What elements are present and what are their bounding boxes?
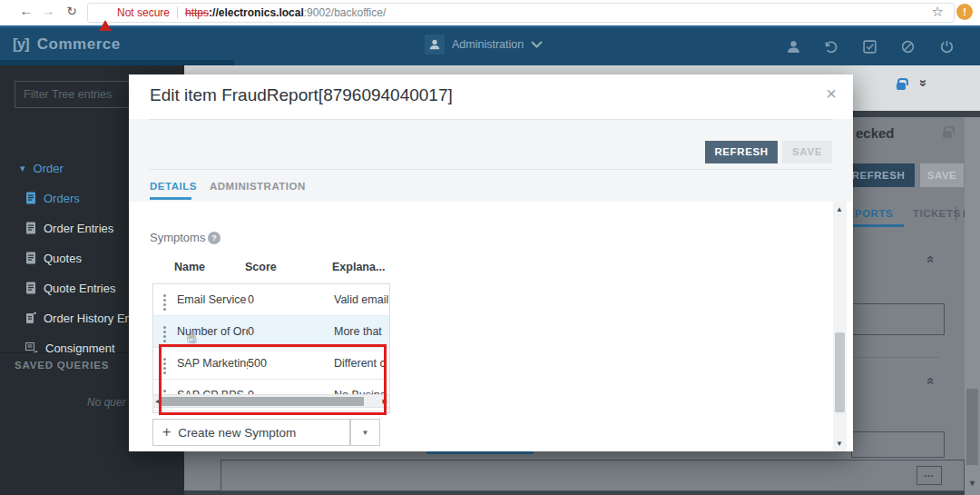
background-refresh-button[interactable]: REFRESH (842, 163, 915, 187)
perspective-selector[interactable]: Administration (425, 35, 543, 54)
not-secure-label: Not secure (117, 6, 170, 19)
section-collapse-icon[interactable]: » (921, 257, 936, 262)
document-icon (25, 252, 36, 264)
background-divider (851, 357, 939, 358)
app-header: [y] Commerce Administration (0, 25, 980, 65)
perspective-label: Administration (452, 38, 524, 51)
column-header-explanation: Explana... (332, 261, 385, 273)
cell-score: 500 (248, 357, 334, 370)
cell-explanation: Valid email (334, 293, 389, 306)
tab-tickets[interactable]: TICKETS (913, 208, 961, 219)
saved-queries-empty-text: No quer (87, 396, 126, 409)
document-history-icon (25, 312, 36, 324)
scroll-down-icon[interactable]: ▼ (968, 479, 976, 488)
drag-handle-icon[interactable] (161, 299, 177, 302)
url-host: ://electronics.local (209, 6, 304, 19)
create-new-symptom-button[interactable]: + Create new Symptom (152, 419, 350, 446)
tree-label: Order (34, 162, 64, 175)
column-header-score: Score (245, 261, 277, 273)
tree-label: Quotes (44, 252, 82, 265)
horizontal-scrollbar[interactable]: ◀ ▶ (152, 394, 390, 408)
help-icon[interactable]: ? (208, 232, 220, 244)
collapse-all-icon[interactable]: » (916, 79, 932, 84)
browser-forward-button[interactable]: → (38, 3, 58, 18)
caret-down-icon: ▾ (20, 163, 25, 174)
scroll-left-icon[interactable]: ◀ (155, 398, 160, 405)
notifications-icon[interactable] (900, 39, 916, 55)
tab-details-underline (150, 197, 191, 200)
brand-logo[interactable]: [y] Commerce (13, 35, 121, 54)
background-input-field[interactable] (851, 431, 945, 458)
tree-label: Order Entries (44, 222, 113, 235)
divider (150, 169, 833, 170)
dialog-title: Edit item FraudReport[8796094040017] (150, 85, 453, 105)
url-scheme: https (185, 6, 209, 19)
logout-power-icon[interactable] (939, 39, 956, 55)
scroll-down-icon[interactable]: ▼ (836, 440, 843, 448)
url-path: :9002/backoffice/ (304, 6, 387, 19)
background-panel-title-fragment: ecked (856, 125, 895, 141)
scrollbar-thumb[interactable] (966, 389, 978, 465)
history-icon[interactable] (824, 39, 840, 55)
browser-toolbar: ← → ↻ ! Not secure https ://electronics.… (0, 0, 980, 25)
close-icon[interactable]: × (826, 84, 837, 104)
scroll-right-icon[interactable]: ▶ (383, 398, 387, 405)
cell-score: 0 (248, 293, 334, 306)
cell-name: Email Service (177, 293, 248, 306)
background-input-field[interactable] (851, 303, 945, 335)
symptoms-label: Symptoms (150, 231, 205, 244)
edit-item-dialog: Edit item FraudReport[8796094040017] × R… (129, 74, 853, 451)
column-header-name: Name (174, 261, 205, 273)
tasks-checkbox-icon[interactable] (862, 39, 878, 55)
refresh-button[interactable]: REFRESH (705, 141, 778, 163)
lock-icon[interactable] (943, 131, 952, 138)
user-account-icon[interactable] (786, 39, 802, 55)
perspective-user-icon (425, 35, 445, 54)
url-separator (177, 6, 178, 19)
cell-name: SAP Marketing (177, 357, 248, 370)
tree-label: Quote Entries (44, 282, 116, 295)
hybris-logo-glyph: [y] (13, 35, 29, 54)
dialog-vertical-scrollbar[interactable]: ▲ ▼ (833, 202, 847, 451)
drag-handle-icon[interactable] (161, 331, 177, 333)
scrollbar-thumb[interactable] (161, 397, 364, 406)
scroll-up-icon[interactable]: ▲ (836, 205, 843, 213)
browser-reload-button[interactable]: ↻ (62, 4, 82, 18)
tree-label: Order History Ent (44, 312, 134, 325)
divider (150, 119, 833, 120)
scrollbar-thumb[interactable] (835, 332, 845, 412)
header-left-shade (0, 60, 234, 65)
create-symptom-dropdown-button[interactable]: ▼ (350, 419, 380, 446)
plus-icon: + (162, 424, 171, 441)
background-scrollbar[interactable]: ▼ (965, 117, 980, 495)
tree-label: Orders (44, 192, 80, 205)
drag-handle-icon[interactable] (161, 362, 177, 365)
document-icon (25, 192, 36, 204)
screen: ← → ↻ ! Not secure https ://electronics.… (0, 0, 980, 495)
background-save-button[interactable]: SAVE (920, 163, 964, 187)
cell-explanation: More that (334, 325, 389, 338)
browser-back-button[interactable]: ← (16, 3, 36, 18)
document-icon (25, 222, 36, 234)
cell-explanation: Different c (334, 357, 389, 370)
cell-score: 0 (248, 325, 334, 338)
saved-queries-heading: SAVED QUERIES (15, 360, 109, 371)
url-bar[interactable]: ! Not secure https ://electronics.local … (87, 3, 955, 23)
table-row[interactable]: Email Service 0 Valid email (153, 284, 389, 316)
tab-separator (956, 206, 956, 221)
tab-details[interactable]: DETAILS (150, 181, 197, 192)
mouse-cursor-hand-icon: ☝ (186, 328, 197, 346)
create-button-label: Create new Symptom (178, 426, 296, 440)
chevron-down-icon (531, 41, 543, 48)
save-button[interactable]: SAVE (782, 141, 832, 163)
brand-name: Commerce (37, 35, 121, 54)
section-collapse-icon[interactable]: » (921, 379, 936, 384)
tab-administration[interactable]: ADMINISTRATION (210, 181, 306, 192)
document-icon (25, 282, 36, 294)
bookmark-star-icon[interactable]: ☆ (932, 4, 944, 20)
extension-badge-icon[interactable]: ! (956, 4, 973, 20)
background-wide-field[interactable] (220, 460, 965, 491)
security-warning-icon: ! (99, 7, 112, 18)
table-row[interactable]: SAP Marketing 500 Different c (153, 348, 389, 380)
lock-icon[interactable] (897, 83, 906, 90)
